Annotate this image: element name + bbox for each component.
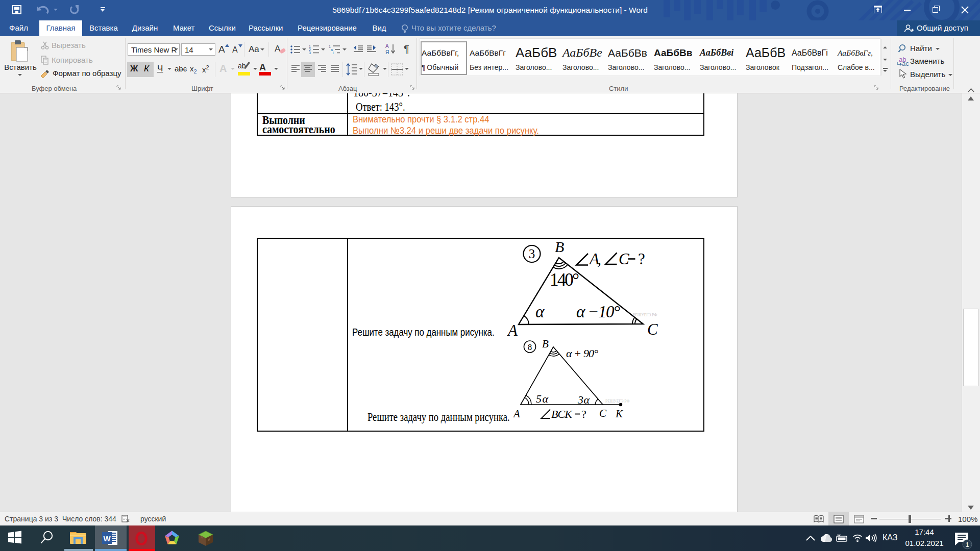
svg-text:A,: A,	[589, 250, 601, 268]
svg-text:W: W	[103, 534, 111, 543]
svg-text:1: 1	[965, 541, 969, 548]
svg-text:α: α	[535, 303, 545, 321]
svg-text:C: C	[647, 320, 658, 338]
svg-text:A: A	[512, 408, 520, 420]
svg-text:РЕШУЕГЭ РФ: РЕШУЕГЭ РФ	[605, 399, 629, 404]
svg-text:α −10°: α −10°	[576, 303, 620, 321]
svg-text:140°: 140°	[550, 270, 579, 290]
svg-text:K: K	[615, 408, 623, 420]
svg-text:C: C	[599, 407, 607, 419]
svg-text:РЕШУЕГЭ РФ: РЕШУЕГЭ РФ	[633, 313, 657, 317]
svg-text:BCK: BCK	[551, 408, 573, 420]
svg-text:B: B	[555, 238, 564, 255]
svg-text:α + 90°: α + 90°	[566, 347, 598, 360]
svg-text:B: B	[542, 338, 549, 350]
svg-text:A: A	[507, 321, 518, 339]
svg-text:3: 3	[309, 51, 311, 54]
svg-text:Я: Я	[385, 49, 389, 55]
svg-text:i: i	[333, 51, 334, 54]
svg-text:А: А	[385, 43, 389, 49]
svg-text:C: C	[619, 250, 629, 268]
svg-text:3α: 3α	[577, 393, 590, 406]
svg-text:?: ?	[581, 408, 586, 420]
svg-text:3: 3	[529, 247, 535, 261]
svg-text:8: 8	[528, 342, 532, 352]
svg-text:5α: 5α	[536, 392, 548, 405]
svg-text:?: ?	[638, 250, 645, 268]
